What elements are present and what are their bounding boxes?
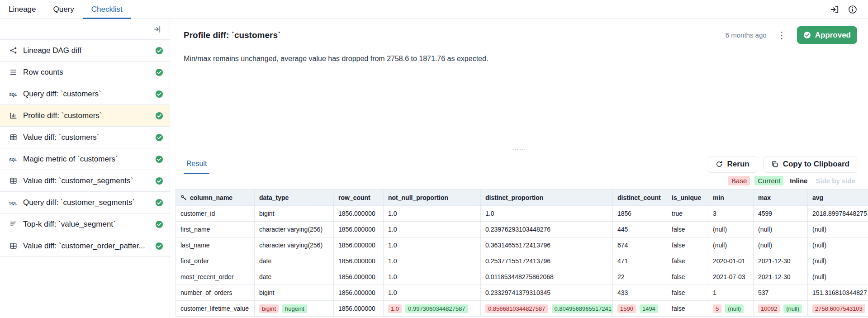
checklist-item-query-diff-customer-segments[interactable]: SQLQuery diff: `customer_segments` xyxy=(0,192,170,214)
checklist-item-value-diff-customer-order-patter[interactable]: Value diff: `customer_order_patter... xyxy=(0,235,170,257)
cell-not-null-proportion: 1.00.9973060344827587 xyxy=(384,301,481,317)
checklist-item-value-diff-customers[interactable]: Value diff: `customers` xyxy=(0,127,170,148)
sql-icon: SQL xyxy=(8,156,18,162)
cell-min: 2021-07-03 xyxy=(708,269,754,285)
check-circle-icon xyxy=(155,133,163,142)
app-content: Lineage DAG diffRow countsSQLQuery diff:… xyxy=(0,19,868,318)
column-header-distinct-proportion: distinct_proportion xyxy=(481,190,613,206)
table-row: customer_idbigint1856.0000001.01.01856tr… xyxy=(176,206,868,222)
cell-avg: (null) xyxy=(808,253,868,269)
cell-row-count: 1856.000000 xyxy=(334,285,384,301)
cell-row-count: 1856.000000 xyxy=(334,269,384,285)
current-value-badge: (null) xyxy=(783,304,802,313)
checklist-item-profile-diff-customers[interactable]: Profile diff: `customers` xyxy=(0,105,170,127)
checklist-item-row-counts[interactable]: Row counts xyxy=(0,62,170,83)
cell-distinct-proportion: 0.011853448275862068 xyxy=(481,269,613,285)
checklist-item-value-diff-customer-segments[interactable]: Value diff: `customer_segments` xyxy=(0,170,170,192)
timestamp: 6 months ago xyxy=(726,31,767,39)
column-header-data-type: data_type xyxy=(255,190,334,206)
key-icon xyxy=(180,195,187,201)
value-diff-icon xyxy=(8,177,18,185)
current-value-badge: 0.8049568965517241 xyxy=(552,304,613,313)
cell-max: 2021-12-30 xyxy=(754,269,808,285)
cell-is-unique: false xyxy=(667,269,708,285)
svg-text:SQL: SQL xyxy=(9,201,17,205)
cell-max: 537 xyxy=(754,285,808,301)
base-value-badge: 10092 xyxy=(758,304,780,313)
cell-max: 10092(null) xyxy=(754,301,808,317)
splitter-handle-icon: ⋯⋯ xyxy=(512,146,526,154)
cell-distinct-proportion: 0.85668103448275870.8049568965517241 xyxy=(481,301,613,317)
result-table-scroll[interactable]: column_namedata_typerow_countnot_null_pr… xyxy=(175,189,868,318)
checklist-item-lineage-dag-diff[interactable]: Lineage DAG diff xyxy=(0,40,170,62)
cell-distinct-count: 445 xyxy=(613,222,667,237)
approved-label: Approved xyxy=(815,31,851,40)
cell-data-type: date xyxy=(255,269,334,285)
cell-is-unique: false xyxy=(667,253,708,269)
side-by-side-view-toggle[interactable]: Side by side xyxy=(814,176,857,185)
tab-query[interactable]: Query xyxy=(45,0,83,19)
cell-min: 2020-01-01 xyxy=(708,253,754,269)
current-legend-badge: Current xyxy=(754,176,783,185)
sidebar-header xyxy=(0,19,170,40)
column-header-min: min xyxy=(708,190,754,206)
base-value-badge: 1590 xyxy=(617,304,636,313)
sign-out-icon[interactable] xyxy=(830,5,839,14)
cell-data-type: date xyxy=(255,253,334,269)
main-tabs: LineageQueryChecklist xyxy=(0,0,131,19)
tab-lineage[interactable]: Lineage xyxy=(0,0,45,19)
inline-view-toggle[interactable]: Inline xyxy=(788,176,809,185)
copy-to-clipboard-button[interactable]: Copy to Clipboard xyxy=(764,156,857,173)
check-circle-icon xyxy=(155,220,163,228)
checklist-item-label: Lineage DAG diff xyxy=(23,46,150,55)
checklist-item-label: Value diff: `customers` xyxy=(23,133,150,142)
check-circle-icon xyxy=(155,155,163,163)
page-title: Profile diff: `customers` xyxy=(184,30,280,40)
diff-legend: Base Current Inline Side by side xyxy=(170,175,868,189)
cell-column-name: most_recent_order xyxy=(176,269,255,285)
cell-distinct-count: 1856 xyxy=(613,206,667,222)
cell-distinct-proportion: 0.23329741379310345 xyxy=(481,285,613,301)
cell-not-null-proportion: 1.0 xyxy=(384,253,481,269)
panel-splitter[interactable]: ⋯⋯ xyxy=(170,146,868,153)
column-header-row-count: row_count xyxy=(334,190,384,206)
cell-distinct-proportion: 0.25377155172413796 xyxy=(481,253,613,269)
checklist-item-label: Top-k diff: `value_segment` xyxy=(23,220,150,229)
cell-distinct-proportion: 0.36314655172413796 xyxy=(481,237,613,253)
check-circle-icon xyxy=(155,68,163,76)
cell-avg: 2758.6007543103 xyxy=(808,301,868,317)
cell-max: 4599 xyxy=(754,206,808,222)
checklist-item-query-diff-customers[interactable]: SQLQuery diff: `customers` xyxy=(0,83,170,105)
checklist-item-top-k-diff-value-segment[interactable]: Top-k diff: `value_segment` xyxy=(0,214,170,235)
cell-data-type: biginthugeint xyxy=(255,301,334,317)
base-value-badge: 0.8566810344827587 xyxy=(485,304,548,313)
cell-distinct-count: 471 xyxy=(613,253,667,269)
cell-row-count: 1856.000000 xyxy=(334,206,384,222)
sql-icon: SQL xyxy=(8,90,18,97)
tab-result[interactable]: Result xyxy=(184,154,209,174)
cell-row-count: 1856.000000 xyxy=(334,222,384,237)
table-row: first_namecharacter varying(256)1856.000… xyxy=(176,222,868,237)
cell-data-type: bigint xyxy=(255,206,334,222)
row-counts-icon xyxy=(8,68,18,76)
info-icon[interactable] xyxy=(848,5,857,14)
cell-column-name: customer_id xyxy=(176,206,255,222)
cell-distinct-count: 433 xyxy=(613,285,667,301)
approved-button[interactable]: Approved xyxy=(797,26,857,44)
check-circle-icon xyxy=(155,112,163,120)
checklist-sidebar: Lineage DAG diffRow countsSQLQuery diff:… xyxy=(0,19,170,318)
cell-distinct-proportion: 1.0 xyxy=(481,206,613,222)
kebab-menu-icon[interactable]: ⋮ xyxy=(776,30,788,40)
cell-is-unique: false xyxy=(667,222,708,237)
checklist-item-magic-metric-of-customers[interactable]: SQLMagic metric of `customers` xyxy=(0,148,170,170)
cell-max: (null) xyxy=(754,222,808,237)
tab-checklist[interactable]: Checklist xyxy=(83,0,131,19)
cell-not-null-proportion: 1.0 xyxy=(384,237,481,253)
main-panel: Profile diff: `customers` 6 months ago ⋮… xyxy=(170,19,868,318)
cell-min: (null) xyxy=(708,222,754,237)
collapse-sidebar-icon[interactable] xyxy=(153,25,161,33)
cell-column-name: last_name xyxy=(176,237,255,253)
rerun-button[interactable]: Rerun xyxy=(708,156,757,173)
column-header-max: max xyxy=(754,190,808,206)
cell-column-name: first_order xyxy=(176,253,255,269)
